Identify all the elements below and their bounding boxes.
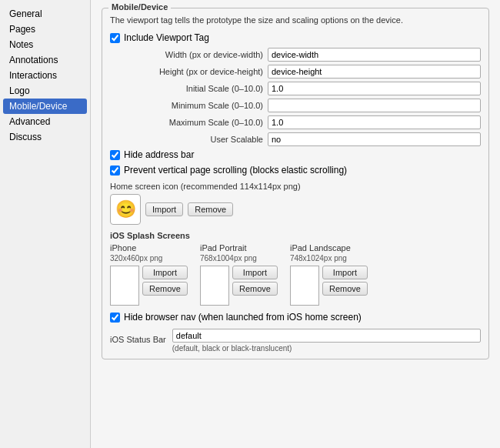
ios-splash-section: iOS Splash Screens iPhone 320x460px png … bbox=[110, 231, 481, 306]
main-content: Mobile/Device The viewport tag tells the… bbox=[91, 0, 500, 448]
include-viewport-checkbox[interactable] bbox=[110, 33, 120, 43]
iphone-import-button[interactable]: Import bbox=[142, 266, 188, 279]
home-icon-import-button[interactable]: Import bbox=[145, 202, 183, 216]
home-screen-section: Home screen icon (recommended 114x114px … bbox=[110, 182, 481, 225]
ios-status-bar-hint: (default, black or black-translucent) bbox=[172, 344, 481, 353]
section-title: Mobile/Device bbox=[108, 2, 171, 12]
home-icon-emoji: 😊 bbox=[115, 199, 136, 219]
home-icon-remove-button[interactable]: Remove bbox=[188, 202, 233, 216]
splash-item-iphone: iPhone 320x460px png Import Remove bbox=[110, 243, 188, 306]
description-text: The viewport tag tells the prototype the… bbox=[110, 15, 481, 26]
ipad-portrait-label: iPad Portrait bbox=[200, 243, 278, 252]
iphone-remove-button[interactable]: Remove bbox=[142, 282, 188, 296]
ipad-landscape-label: iPad Landscape bbox=[290, 243, 368, 252]
sidebar-item-logo[interactable]: Logo bbox=[0, 83, 90, 99]
sidebar-item-pages[interactable]: Pages bbox=[0, 22, 90, 37]
include-viewport-row: Include Viewport Tag bbox=[110, 32, 481, 43]
ipad-landscape-preview bbox=[290, 266, 319, 306]
ipad-landscape-controls: Import Remove bbox=[290, 266, 368, 306]
sidebar-item-notes[interactable]: Notes bbox=[0, 37, 90, 52]
sidebar-item-annotations[interactable]: Annotations bbox=[0, 52, 90, 68]
user-scalable-label: User Scalable bbox=[125, 135, 268, 144]
hide-address-bar-label: Hide address bar bbox=[124, 149, 194, 160]
ios-splash-title: iOS Splash Screens bbox=[110, 231, 481, 240]
initial-scale-label: Initial Scale (0–10.0) bbox=[125, 84, 268, 93]
minimum-scale-row: Minimum Scale (0–10.0) bbox=[125, 99, 481, 112]
ipad-portrait-preview bbox=[200, 266, 229, 306]
initial-scale-row: Initial Scale (0–10.0) bbox=[125, 82, 481, 95]
ipad-portrait-import-button[interactable]: Import bbox=[232, 266, 278, 279]
hide-browser-nav-row: Hide browser nav (when launched from iOS… bbox=[110, 312, 481, 323]
sidebar-item-interactions[interactable]: Interactions bbox=[0, 68, 90, 83]
ipad-landscape-import-button[interactable]: Import bbox=[322, 266, 368, 279]
viewport-fields: Width (px or device-width) Height (px or… bbox=[110, 48, 481, 146]
iphone-sublabel: 320x460px png bbox=[110, 254, 188, 262]
sidebar-item-mobile-device[interactable]: Mobile/Device bbox=[3, 99, 87, 114]
height-input[interactable] bbox=[268, 65, 481, 79]
ipad-portrait-controls: Import Remove bbox=[200, 266, 278, 306]
sidebar-item-general[interactable]: General bbox=[0, 6, 90, 22]
ios-status-bar-row: iOS Status Bar (default, black or black-… bbox=[110, 329, 481, 353]
mobile-device-section: Mobile/Device The viewport tag tells the… bbox=[102, 8, 489, 359]
user-scalable-input[interactable] bbox=[268, 132, 481, 146]
prevent-scrolling-label: Prevent vertical page scrolling (blocks … bbox=[124, 165, 347, 176]
maximum-scale-row: Maximum Scale (0–10.0) bbox=[125, 115, 481, 129]
ipad-landscape-sublabel: 748x1024px png bbox=[290, 254, 368, 262]
ipad-portrait-sublabel: 768x1004px png bbox=[200, 254, 278, 262]
initial-scale-input[interactable] bbox=[268, 82, 481, 95]
iphone-buttons: Import Remove bbox=[142, 266, 188, 296]
minimum-scale-label: Minimum Scale (0–10.0) bbox=[125, 101, 268, 110]
hide-address-bar-row: Hide address bar bbox=[110, 149, 481, 160]
width-label: Width (px or device-width) bbox=[125, 50, 268, 59]
maximum-scale-input[interactable] bbox=[268, 115, 481, 129]
width-field-row: Width (px or device-width) bbox=[125, 48, 481, 62]
user-scalable-row: User Scalable bbox=[125, 132, 481, 146]
ios-status-bar-input[interactable] bbox=[172, 329, 481, 343]
ipad-portrait-remove-button[interactable]: Remove bbox=[232, 282, 278, 296]
iphone-preview bbox=[110, 266, 139, 306]
home-icon-row: 😊 Import Remove bbox=[110, 194, 481, 225]
sidebar-item-advanced[interactable]: Advanced bbox=[0, 114, 90, 129]
width-input[interactable] bbox=[268, 48, 481, 62]
prevent-scrolling-checkbox[interactable] bbox=[110, 165, 120, 176]
ipad-landscape-remove-button[interactable]: Remove bbox=[322, 282, 368, 296]
prevent-scrolling-row: Prevent vertical page scrolling (blocks … bbox=[110, 165, 481, 176]
iphone-label: iPhone bbox=[110, 243, 188, 252]
home-icon-preview: 😊 bbox=[110, 194, 141, 225]
splash-item-ipad-landscape: iPad Landscape 748x1024px png Import Rem… bbox=[290, 243, 368, 306]
hide-browser-nav-label: Hide browser nav (when launched from iOS… bbox=[124, 312, 362, 323]
ipad-portrait-buttons: Import Remove bbox=[232, 266, 278, 296]
ios-status-bar-label: iOS Status Bar bbox=[110, 335, 166, 344]
splash-screen-row: iPhone 320x460px png Import Remove iPad bbox=[110, 243, 481, 306]
minimum-scale-input[interactable] bbox=[268, 99, 481, 112]
height-field-row: Height (px or device-height) bbox=[125, 65, 481, 79]
ipad-landscape-buttons: Import Remove bbox=[322, 266, 368, 296]
sidebar-item-discuss[interactable]: Discuss bbox=[0, 129, 90, 145]
hide-address-bar-checkbox[interactable] bbox=[110, 150, 120, 160]
include-viewport-label: Include Viewport Tag bbox=[124, 32, 209, 43]
splash-item-ipad-portrait: iPad Portrait 768x1004px png Import Remo… bbox=[200, 243, 278, 306]
home-screen-label: Home screen icon (recommended 114x114px … bbox=[110, 182, 481, 191]
hide-browser-nav-checkbox[interactable] bbox=[110, 313, 120, 323]
height-label: Height (px or device-height) bbox=[125, 67, 268, 76]
maximum-scale-label: Maximum Scale (0–10.0) bbox=[125, 118, 268, 127]
iphone-controls: Import Remove bbox=[110, 266, 188, 306]
sidebar: General Pages Notes Annotations Interact… bbox=[0, 0, 91, 448]
